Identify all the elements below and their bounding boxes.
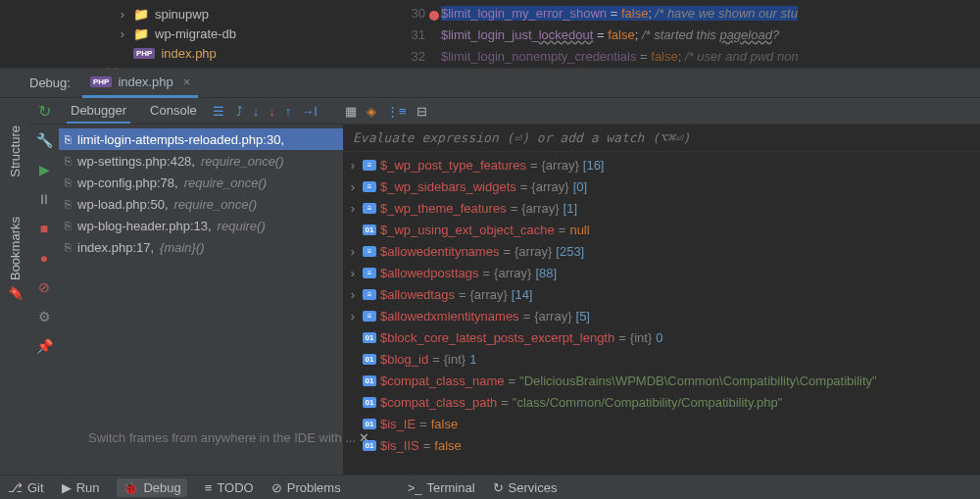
stack-frame[interactable]: ⎘wp-load.php:50, require_once() [59,193,343,215]
chevron-icon[interactable]: › [118,26,127,41]
stack-frame[interactable]: ⎘limit-login-attempts-reloaded.php:30, [59,128,343,150]
debugger-tab[interactable]: Debugger [67,99,130,124]
variable-row[interactable]: ›≡ $allowedentitynames = {array} [253] [343,240,980,262]
tree-item[interactable]: ›📁wp-migrate-db [88,24,382,43]
var-value: [1] [564,201,577,216]
chevron-icon[interactable]: › [347,266,359,280]
view-breakpoints-icon[interactable]: ● [40,250,48,266]
threads-icon[interactable]: ☰ [213,104,224,119]
line-number: 30 [382,6,441,21]
run-to-cursor-icon[interactable]: →I [301,104,318,119]
mute-breakpoints-icon[interactable]: ⊘ [38,279,50,295]
git-button[interactable]: ⎇Git [8,480,44,495]
stack-frame[interactable]: ⎘wp-blog-header.php:13, require() [59,215,343,236]
stop-icon[interactable]: ■ [40,221,48,236]
frame-icon: ⎘ [65,241,72,253]
resume-icon[interactable]: ▶ [39,162,50,177]
variable-row[interactable]: ›≡ $allowedtags = {array} [14] [343,283,980,305]
var-value: false [431,417,458,431]
step-into-icon[interactable]: ↓ [253,104,260,119]
var-value: 1 [469,352,476,367]
variable-row[interactable]: ›≡ $allowedposttags = {array} [88] [343,262,980,283]
tree-item[interactable]: PHPindex.php [88,43,382,63]
variable-row[interactable]: 01 $_wp_using_ext_object_cache = null [343,219,980,240]
variable-row[interactable]: 01 $blog_id = {int} 1 [343,348,980,370]
variables-list: ›≡ $_wp_post_type_features = {array} [16… [343,152,980,474]
pause-icon[interactable]: ⏸ [37,191,51,207]
pin-icon[interactable]: 📌 [36,338,53,354]
code-line[interactable]: $limit_login_just_lockedout = false; /* … [441,27,779,42]
expression-input[interactable]: Evaluate expression (⏎) or add a watch (… [343,125,980,152]
step-out-icon[interactable]: ↑ [285,104,292,119]
warning-icon: ⊘ [271,480,282,495]
close-icon[interactable]: × [183,75,191,89]
var-value: "class/Common/Compatibility/Compatibilit… [513,395,783,410]
frame-icon: ⎘ [65,133,72,145]
chevron-icon[interactable]: › [347,244,359,259]
chevron-icon[interactable]: › [347,201,359,216]
problems-button[interactable]: ⊘Problems [271,480,341,495]
var-type-icon: ≡ [363,289,376,300]
layout-icon[interactable]: ⊟ [416,104,427,119]
tree-label: wp-migrate-db [155,26,236,41]
step-over-icon[interactable]: ⤴ [236,104,243,119]
todo-button[interactable]: ≡TODO [205,480,254,495]
variables-panel: Evaluate expression (⏎) or add a watch (… [343,125,980,474]
debug-label: Debug: [29,75,71,90]
force-step-into-icon[interactable]: ↓ [269,104,275,119]
var-name: $allowedentitynames [380,244,499,259]
code-line[interactable]: $limit_login_nonempty_credentials = fals… [441,49,799,64]
tree-item[interactable]: ›📁spinupwp [88,4,382,24]
left-rail: Structure 🔖Bookmarks [0,98,29,474]
variable-row[interactable]: ›≡ $_wp_theme_features = {array} [1] [343,197,980,219]
console-tab[interactable]: Console [146,99,201,124]
breakpoint-icon[interactable] [429,11,439,21]
debug-toolbar: ↻ Debugger Console ☰ ⤴ ↓ ↓ ↑ →I ▦ ◈ ⋮≡ ⊟ [29,98,980,125]
variable-row[interactable]: ›≡ $_wp_sidebars_widgets = {array} [0] [343,175,980,197]
var-type-icon: ≡ [363,203,376,214]
chevron-icon[interactable]: › [118,7,127,22]
evaluate-icon[interactable]: ▦ [345,104,357,119]
settings-icon[interactable]: ⚙ [38,309,51,324]
stack-frame[interactable]: ⎘wp-settings.php:428, require_once() [59,150,343,172]
var-name: $allowedxmlentitynames [380,309,519,324]
play-icon: ▶ [62,480,72,495]
debug-tab[interactable]: PHP index.php × [82,69,198,98]
folder-icon: 📁 [133,26,149,41]
structure-tab[interactable]: Structure [8,125,23,177]
chevron-icon[interactable]: › [347,158,359,173]
variable-row[interactable]: 01 $block_core_latest_posts_excerpt_leng… [343,326,980,348]
stack-frame[interactable]: ⎘wp-config.php:78, require_once() [59,172,343,193]
variable-row[interactable]: ›≡ $_wp_post_type_features = {array} [16… [343,154,980,175]
rerun-icon[interactable]: ↻ [38,102,51,121]
var-type-icon: 01 [363,354,376,365]
variable-row[interactable]: 01 $is_IE = false [343,413,980,434]
stack-frame[interactable]: ⎘index.php:17, {main}() [59,236,343,258]
variable-row[interactable]: 01 $compat_class_name = "DeliciousBrains… [343,370,980,391]
bookmarks-tab[interactable]: 🔖Bookmarks [8,217,23,302]
variable-row[interactable]: 01 $compat_class_path = "class/Common/Co… [343,391,980,413]
wrench-icon[interactable]: 🔧 [36,132,53,148]
var-type-icon: ≡ [363,268,376,278]
var-name: $allowedposttags [380,266,478,280]
services-button[interactable]: ↻Services [493,480,558,495]
terminal-button[interactable]: >_Terminal [408,480,475,495]
code-editor[interactable]: 30$limit_login_my_error_shown = false; /… [382,0,980,68]
variable-row[interactable]: ›≡ $allowedxmlentitynames = {array} [5] [343,305,980,326]
debug-button[interactable]: 🐞Debug [117,478,186,497]
var-type-icon: 01 [363,332,376,343]
variable-row[interactable]: 01 $is_IIS = false [343,434,980,456]
chevron-icon[interactable]: › [347,287,359,302]
code-line[interactable]: $limit_login_my_error_shown = false; /* … [441,6,798,21]
frame-icon: ⎘ [65,176,72,188]
var-type-icon: 01 [363,419,376,429]
var-type-icon: ≡ [363,311,376,322]
settings-icon[interactable]: ⋮≡ [386,104,407,119]
hint-text: Switch frames from anywhere in the IDE w… [88,430,369,445]
chevron-icon[interactable]: › [347,309,359,324]
var-value: 0 [656,330,662,345]
run-button[interactable]: ▶Run [62,480,100,495]
chevron-icon[interactable]: › [347,179,359,194]
frames-panel: ⎘limit-login-attempts-reloaded.php:30, ⎘… [59,125,343,474]
trace-icon[interactable]: ◈ [367,104,376,119]
